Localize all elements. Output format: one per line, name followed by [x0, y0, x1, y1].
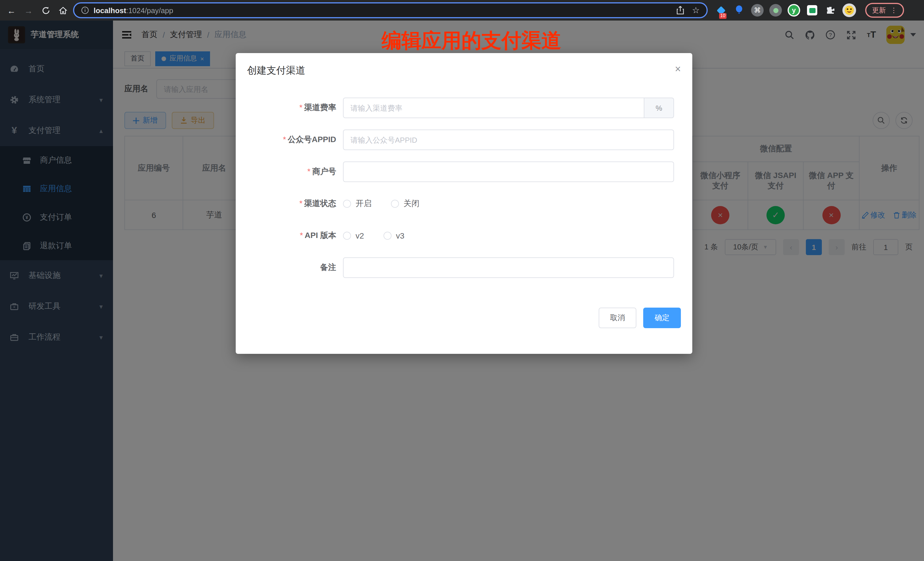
api-version-field-label: *API 版本	[247, 231, 343, 241]
api-v3-radio[interactable]: v3	[384, 231, 405, 240]
extensions-area: 10 ⌘ y 更新 ⋮	[714, 3, 904, 18]
browser-back-icon[interactable]: ←	[4, 3, 18, 17]
share-icon[interactable]	[676, 6, 684, 15]
dialog-title: 创建支付渠道	[247, 64, 305, 77]
radio-circle-icon	[343, 232, 351, 240]
rate-field-label: *渠道费率	[247, 103, 343, 113]
address-bar[interactable]: localhost:1024/pay/app ☆	[73, 2, 708, 18]
status-field-label: *渠道状态	[247, 199, 343, 209]
url-host: localhost	[94, 6, 126, 15]
merchant-field-label: *商户号	[247, 166, 343, 177]
browser-toolbar: ← → localhost:1024/pay/app ☆ 10	[0, 0, 924, 21]
url-path: :1024/pay/app	[126, 6, 173, 15]
browser-menu-icon[interactable]: ⋮	[890, 6, 897, 14]
extension-chat-icon[interactable]	[806, 4, 818, 16]
browser-update-button[interactable]: 更新 ⋮	[865, 3, 904, 18]
radio-circle-icon	[391, 200, 399, 208]
extensions-puzzle-icon[interactable]	[824, 4, 837, 16]
cancel-button[interactable]: 取消	[599, 308, 636, 328]
browser-reload-icon[interactable]	[39, 3, 52, 17]
extension-y-icon[interactable]: y	[788, 4, 800, 16]
remark-input[interactable]	[343, 257, 674, 278]
extension-command-icon[interactable]: ⌘	[751, 4, 764, 16]
api-v2-radio[interactable]: v2	[343, 231, 364, 240]
extension-diamond-icon[interactable]: 10	[714, 4, 727, 16]
profile-avatar[interactable]	[842, 3, 856, 17]
browser-forward-icon[interactable]: →	[22, 3, 35, 17]
extension-balloon-icon[interactable]	[733, 4, 746, 16]
create-channel-dialog: 创建支付渠道 × *渠道费率 % *公众号APPID *商户号	[236, 53, 692, 354]
appid-field-label: *公众号APPID	[247, 135, 343, 145]
extension-badge: 10	[719, 13, 726, 19]
percent-suffix: %	[644, 98, 674, 118]
merchant-input[interactable]	[343, 162, 674, 182]
update-label: 更新	[872, 5, 886, 15]
bookmark-star-icon[interactable]: ☆	[692, 5, 700, 15]
browser-home-icon[interactable]	[56, 3, 70, 17]
radio-circle-icon	[384, 232, 392, 240]
remark-field-label: 备注	[247, 262, 343, 273]
dialog-close-icon[interactable]: ×	[675, 64, 681, 74]
url-text[interactable]: localhost:1024/pay/app	[94, 6, 173, 15]
annotation-text: 编辑应用的支付渠道	[381, 27, 561, 54]
extension-record-icon[interactable]	[770, 4, 782, 16]
screen: ← → localhost:1024/pay/app ☆ 10	[0, 0, 924, 561]
appid-input[interactable]	[343, 129, 674, 150]
status-on-radio[interactable]: 开启	[343, 199, 372, 209]
site-info-icon[interactable]	[81, 6, 89, 14]
status-off-radio[interactable]: 关闭	[391, 199, 420, 209]
rate-input[interactable]	[343, 98, 644, 118]
radio-circle-icon	[343, 200, 351, 208]
confirm-button[interactable]: 确定	[643, 308, 681, 328]
